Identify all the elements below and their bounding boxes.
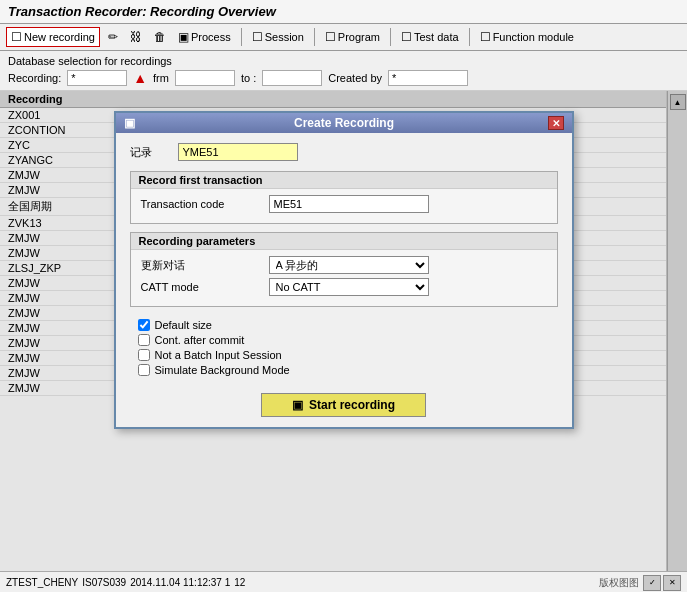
bottom-action-buttons: ✓ ✕	[643, 574, 681, 592]
bottom-record-label: ZTEST_CHENY	[6, 577, 78, 588]
default-size-label: Default size	[155, 319, 212, 331]
cont-after-commit-label: Cont. after commit	[155, 334, 245, 346]
bottom-date-value: 2014.11.04 11:12:37 1	[130, 577, 230, 588]
toolbar-separator-2	[314, 28, 315, 46]
dialog-icon: ▣	[124, 116, 135, 130]
catt-mode-row: CATT mode No CATT CATT	[141, 278, 547, 296]
session-label: Session	[265, 31, 304, 43]
page-title: Transaction Recorder: Recording Overview	[8, 4, 276, 19]
first-transaction-section: Record first transaction Transaction cod…	[130, 171, 558, 224]
bottom-confirm-button[interactable]: ✓	[643, 575, 661, 591]
to-label: to :	[241, 72, 256, 84]
start-recording-icon: ▣	[292, 398, 303, 412]
first-transaction-title: Record first transaction	[131, 172, 557, 189]
test-data-icon: ☐	[401, 30, 412, 44]
pencil-icon: ✏	[108, 30, 118, 44]
main-area: Recording ZX001 ZCONTION ZYC ZYANGC ZMJW…	[0, 91, 687, 592]
link-icon: ⛓	[130, 30, 142, 44]
new-recording-button[interactable]: ☐ New recording	[6, 27, 100, 47]
transaction-code-row: Transaction code	[141, 195, 547, 213]
dialog-close-button[interactable]: ✕	[548, 116, 564, 130]
function-module-button[interactable]: ☐ Function module	[476, 28, 578, 46]
process-label: Process	[191, 31, 231, 43]
delete-icon: 🗑	[154, 30, 166, 44]
test-data-label: Test data	[414, 31, 459, 43]
bottom-cancel-button[interactable]: ✕	[663, 575, 681, 591]
update-dialog-select[interactable]: A 异步的 S 同步的	[269, 256, 429, 274]
catt-mode-select[interactable]: No CATT CATT	[269, 278, 429, 296]
bottom-status-bar: ZTEST_CHENY IS07S039 2014.11.04 11:12:37…	[0, 571, 687, 592]
default-size-checkbox[interactable]	[138, 319, 150, 331]
toolbar-separator-3	[390, 28, 391, 46]
dialog-titlebar: ▣ Create Recording ✕	[116, 113, 572, 133]
toolbar-separator-1	[241, 28, 242, 46]
simulate-background-checkbox[interactable]	[138, 364, 150, 376]
recording-parameters-section: Recording parameters 更新对话 A 异步的 S 同步的 CA…	[130, 232, 558, 307]
new-recording-label: New recording	[24, 31, 95, 43]
process-icon: ▣	[178, 30, 189, 44]
recording-filter-input[interactable]	[67, 70, 127, 86]
program-button[interactable]: ☐ Program	[321, 28, 384, 46]
program-label: Program	[338, 31, 380, 43]
dialog-body: 记录 Record first transaction Transaction …	[116, 133, 572, 427]
first-transaction-content: Transaction code	[131, 189, 557, 223]
update-dialog-row: 更新对话 A 异步的 S 同步的	[141, 256, 547, 274]
pencil-button[interactable]: ✏	[104, 28, 122, 46]
transaction-code-label: Transaction code	[141, 198, 261, 210]
created-by-label: Created by	[328, 72, 382, 84]
toolbar: ☐ New recording ✏ ⛓ 🗑 ▣ Process ☐ Sessio…	[0, 24, 687, 51]
toolbar-separator-4	[469, 28, 470, 46]
arrow-indicator: ▲	[133, 70, 147, 86]
start-recording-label: Start recording	[309, 398, 395, 412]
bottom-id-value: IS07S039	[82, 577, 126, 588]
not-batch-input-label: Not a Batch Input Session	[155, 349, 282, 361]
from-input[interactable]	[175, 70, 235, 86]
watermark: 版权图图	[599, 576, 639, 590]
created-by-input[interactable]	[388, 70, 468, 86]
recording-filter-label: Recording:	[8, 72, 61, 84]
test-data-button[interactable]: ☐ Test data	[397, 28, 463, 46]
not-batch-input-checkbox[interactable]	[138, 349, 150, 361]
catt-mode-label: CATT mode	[141, 281, 261, 293]
to-input[interactable]	[262, 70, 322, 86]
bottom-number-value: 12	[234, 577, 245, 588]
process-button[interactable]: ▣ Process	[174, 28, 235, 46]
session-button[interactable]: ☐ Session	[248, 28, 308, 46]
transaction-code-input[interactable]	[269, 195, 429, 213]
dialog-title: Create Recording	[294, 116, 394, 130]
recording-parameters-title: Recording parameters	[131, 233, 557, 250]
function-module-label: Function module	[493, 31, 574, 43]
title-bar: Transaction Recorder: Recording Overview	[0, 0, 687, 24]
simulate-background-label: Simulate Background Mode	[155, 364, 290, 376]
link-button[interactable]: ⛓	[126, 28, 146, 46]
start-recording-button[interactable]: ▣ Start recording	[261, 393, 426, 417]
record-name-input[interactable]	[178, 143, 298, 161]
update-dialog-label: 更新对话	[141, 258, 261, 273]
default-size-row: Default size	[138, 319, 550, 331]
cont-after-commit-row: Cont. after commit	[138, 334, 550, 346]
not-batch-input-row: Not a Batch Input Session	[138, 349, 550, 361]
filter-bar: Database selection for recordings Record…	[0, 51, 687, 91]
delete-button[interactable]: 🗑	[150, 28, 170, 46]
recording-parameters-content: 更新对话 A 异步的 S 同步的 CATT mode No CATT CATT	[131, 250, 557, 306]
filter-section-label: Database selection for recordings	[8, 55, 679, 67]
filter-row: Recording: ▲ frm to : Created by	[8, 70, 679, 86]
record-name-row: 记录	[130, 143, 558, 161]
from-label: frm	[153, 72, 169, 84]
cont-after-commit-checkbox[interactable]	[138, 334, 150, 346]
checkboxes-area: Default size Cont. after commit Not a Ba…	[130, 315, 558, 383]
new-recording-icon: ☐	[11, 30, 22, 44]
simulate-background-row: Simulate Background Mode	[138, 364, 550, 376]
modal-overlay: ▣ Create Recording ✕ 记录 Record first tra…	[0, 91, 687, 592]
record-label: 记录	[130, 145, 170, 160]
function-module-icon: ☐	[480, 30, 491, 44]
close-icon: ✕	[552, 118, 560, 129]
session-icon: ☐	[252, 30, 263, 44]
start-btn-row: ▣ Start recording	[130, 393, 558, 417]
program-icon: ☐	[325, 30, 336, 44]
create-recording-dialog: ▣ Create Recording ✕ 记录 Record first tra…	[114, 111, 574, 429]
